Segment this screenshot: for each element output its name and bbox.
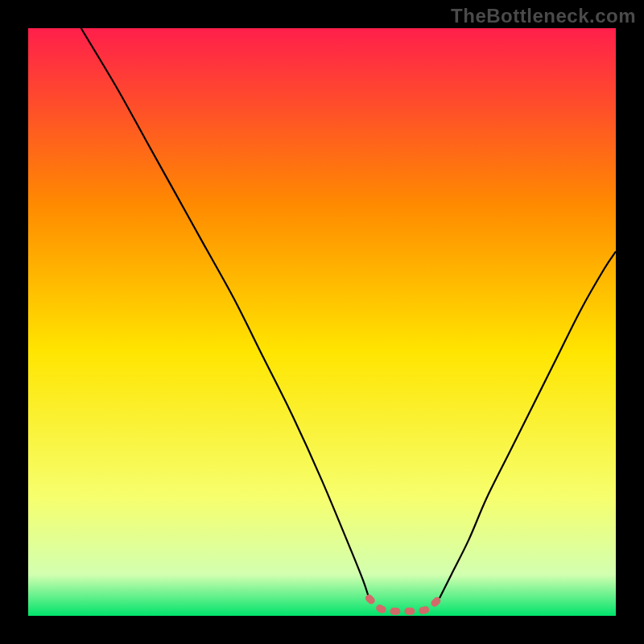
chart-stage: TheBottleneck.com bbox=[0, 0, 644, 644]
plot-background bbox=[28, 28, 616, 616]
watermark-text: TheBottleneck.com bbox=[451, 5, 636, 27]
bottleneck-chart bbox=[0, 0, 644, 644]
